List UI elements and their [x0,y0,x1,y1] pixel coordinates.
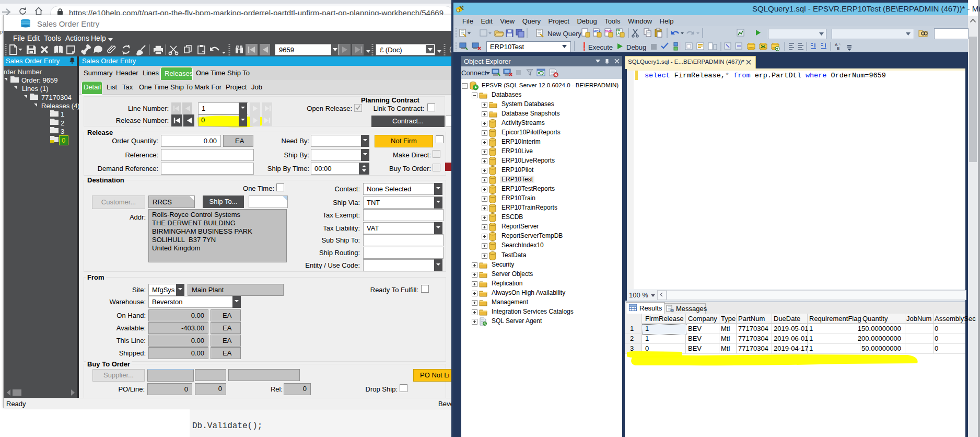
svg-text:B: B [837,46,839,51]
svg-text:LA: LA [616,32,620,35]
